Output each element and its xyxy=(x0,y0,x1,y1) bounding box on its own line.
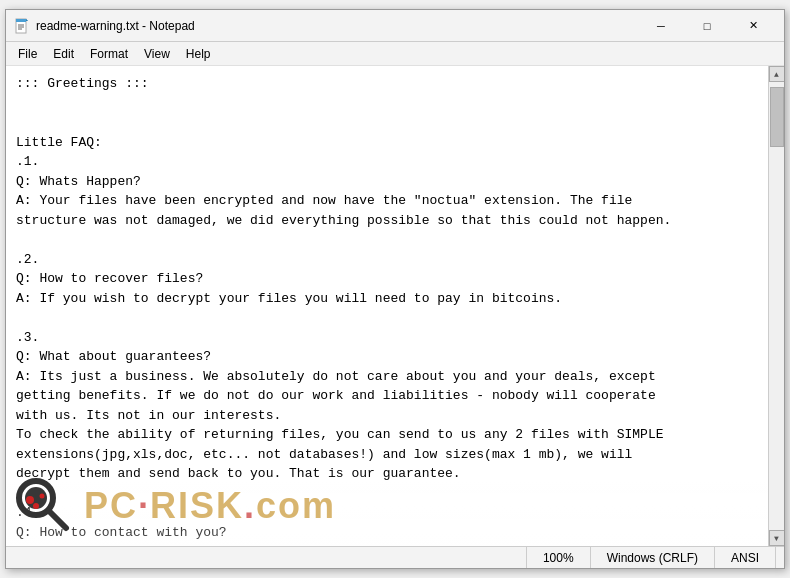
maximize-button[interactable]: □ xyxy=(684,10,730,42)
menu-edit[interactable]: Edit xyxy=(45,45,82,63)
notepad-window: readme-warning.txt - Notepad ─ □ ✕ File … xyxy=(5,9,785,569)
scroll-down-button[interactable]: ▼ xyxy=(769,530,785,546)
title-bar: readme-warning.txt - Notepad ─ □ ✕ xyxy=(6,10,784,42)
app-icon xyxy=(14,18,30,34)
status-zoom: 100% xyxy=(527,547,591,568)
vertical-scrollbar[interactable]: ▲ ▼ xyxy=(768,66,784,546)
status-line-ending: Windows (CRLF) xyxy=(591,547,715,568)
scroll-thumb[interactable] xyxy=(770,87,784,147)
scroll-track[interactable] xyxy=(769,82,784,530)
menu-file[interactable]: File xyxy=(10,45,45,63)
status-encoding: ANSI xyxy=(715,547,776,568)
svg-marker-6 xyxy=(26,19,28,21)
status-empty xyxy=(14,547,527,568)
content-area: ::: Greetings ::: Little FAQ: .1. Q: Wha… xyxy=(6,66,784,546)
menu-view[interactable]: View xyxy=(136,45,178,63)
scroll-up-button[interactable]: ▲ xyxy=(769,66,785,82)
minimize-button[interactable]: ─ xyxy=(638,10,684,42)
window-controls: ─ □ ✕ xyxy=(638,10,776,42)
text-editor[interactable]: ::: Greetings ::: Little FAQ: .1. Q: Wha… xyxy=(6,66,768,546)
menu-bar: File Edit Format View Help xyxy=(6,42,784,66)
svg-rect-1 xyxy=(16,19,26,22)
close-button[interactable]: ✕ xyxy=(730,10,776,42)
window-title: readme-warning.txt - Notepad xyxy=(36,19,638,33)
menu-help[interactable]: Help xyxy=(178,45,219,63)
status-bar: 100% Windows (CRLF) ANSI xyxy=(6,546,784,568)
menu-format[interactable]: Format xyxy=(82,45,136,63)
